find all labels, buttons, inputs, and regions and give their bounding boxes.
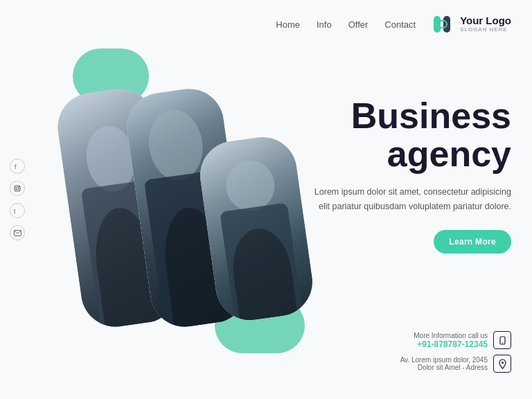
logo-slogan: SLOGAN HERE [460, 27, 511, 33]
hero-title: Business agency [310, 97, 511, 172]
address-row: Av. Lorem ipsum dolor, 2045 Dolor sit Am… [400, 355, 511, 373]
svg-point-6 [19, 186, 20, 188]
phone-icon [493, 331, 511, 349]
svg-point-5 [16, 187, 19, 190]
social-sidebar: f t [10, 159, 25, 240]
photo-collage [55, 76, 305, 374]
hero-shapes [35, 42, 326, 381]
email-icon[interactable] [10, 225, 25, 240]
svg-text:t: t [14, 208, 16, 214]
nav-home[interactable]: Home [276, 19, 300, 30]
svg-point-11 [502, 362, 504, 364]
nav-info[interactable]: Info [317, 19, 332, 30]
phone-value[interactable]: +91-878787-12345 [414, 339, 488, 349]
learn-more-button[interactable]: Learn More [434, 230, 511, 254]
twitter-icon[interactable]: t [10, 203, 25, 218]
svg-point-10 [502, 342, 503, 344]
address-label: Av. Lorem ipsum dolor, 2045 [400, 356, 488, 364]
logo[interactable]: Your Logo SLOGAN HERE [429, 12, 511, 37]
phone-row: More Information call us +91-878787-1234… [400, 331, 511, 349]
nav-contact[interactable]: Contact [384, 19, 416, 30]
header: Home Info Offer Contact Your Logo SLOGAN… [0, 0, 532, 48]
address-value: Dolor sit Amel - Adress [400, 364, 488, 371]
instagram-icon[interactable] [10, 181, 25, 196]
hero-description: Lorem ipsum dolor sit amet, consectetur … [310, 185, 511, 215]
logo-name: Your Logo [460, 15, 511, 27]
hero-content: Business agency Lorem ipsum dolor sit am… [310, 97, 511, 254]
nav: Home Info Offer Contact [276, 19, 416, 30]
contact-info: More Information call us +91-878787-1234… [400, 331, 511, 378]
phone-label: More Information call us [414, 332, 488, 339]
facebook-icon[interactable]: f [10, 159, 25, 174]
location-icon [493, 355, 511, 373]
nav-offer[interactable]: Offer [348, 19, 369, 30]
svg-text:f: f [15, 163, 17, 170]
logo-icon [429, 12, 454, 37]
